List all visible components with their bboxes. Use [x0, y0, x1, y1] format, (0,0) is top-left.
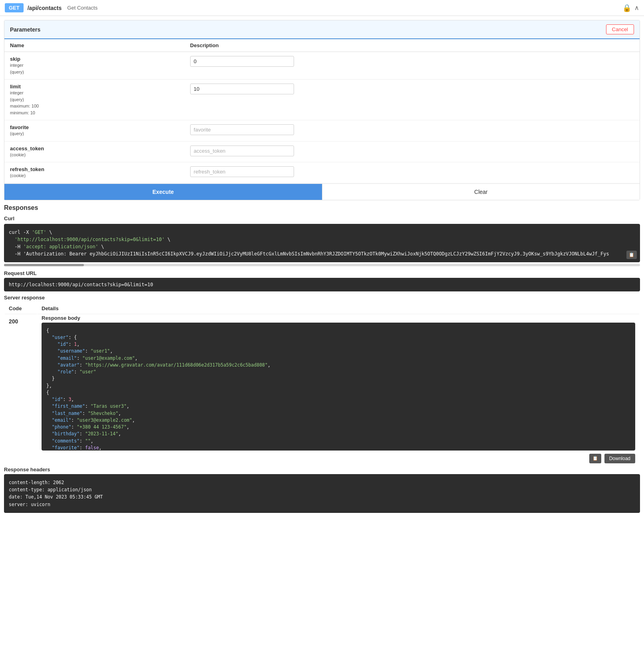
param-row-skip: skip integer(query)	[4, 52, 640, 80]
col-name: Name	[4, 39, 185, 52]
curl-box: curl -X 'GET' \ 'http://localhost:9000/a…	[4, 224, 640, 262]
action-buttons: Execute Clear	[4, 183, 640, 200]
execute-button[interactable]: Execute	[4, 184, 322, 200]
clear-button[interactable]: Clear	[322, 184, 640, 200]
param-meta-favorite: (query)	[10, 130, 179, 137]
param-name-cell-refresh_token: refresh_token (cookie)	[4, 162, 185, 183]
header-icons: 🔒 ∧	[622, 4, 639, 12]
endpoint-description: Get Contacts	[67, 5, 97, 11]
param-name-access_token: access_token	[10, 146, 179, 152]
cancel-button[interactable]: Cancel	[606, 24, 634, 34]
request-url-label: Request URL	[4, 270, 640, 276]
response-body-box[interactable]: { "user": { "id": 1, "username": "user1"…	[42, 323, 635, 451]
server-response-label: Server response	[4, 295, 640, 301]
param-input-refresh_token[interactable]	[190, 166, 294, 177]
param-row-favorite: favorite (query)	[4, 120, 640, 142]
param-name-limit: limit	[10, 84, 179, 90]
param-row-access_token: access_token (cookie)	[4, 141, 640, 162]
param-row-limit: limit integer(query)maximum: 100minimum:…	[4, 80, 640, 120]
param-input-cell-favorite[interactable]	[185, 120, 640, 142]
param-meta-limit: integer(query)maximum: 100minimum: 10	[10, 90, 179, 116]
param-input-cell-limit[interactable]	[185, 80, 640, 120]
chevron-up-icon[interactable]: ∧	[634, 4, 639, 12]
header-bar: GET /api/contacts Get Contacts 🔒 ∧	[0, 0, 644, 16]
param-input-cell-refresh_token[interactable]	[185, 162, 640, 183]
param-name-cell-favorite: favorite (query)	[4, 120, 185, 142]
response-code: 200	[5, 315, 37, 463]
curl-scrollbar[interactable]	[4, 264, 640, 266]
col-description: Description	[185, 39, 640, 52]
param-input-limit[interactable]	[190, 84, 294, 94]
parameters-title: Parameters	[10, 26, 40, 33]
endpoint-path: /api/contacts	[28, 5, 62, 11]
param-meta-skip: integer(query)	[10, 62, 179, 75]
param-name-cell-limit: limit integer(query)maximum: 100minimum:…	[4, 80, 185, 120]
param-input-favorite[interactable]	[190, 124, 294, 135]
param-name-refresh_token: refresh_token	[10, 166, 179, 172]
response-headers-label: Response headers	[4, 467, 640, 473]
response-headers-box: content-length: 2062 content-type: appli…	[4, 474, 640, 513]
response-table: Code Details 200 Response body { "user":…	[4, 302, 640, 464]
details-header: Details	[38, 303, 639, 314]
responses-title: Responses	[4, 204, 640, 211]
lock-icon[interactable]: 🔒	[622, 4, 631, 12]
parameters-header: Parameters Cancel	[4, 20, 640, 39]
param-name-cell-access_token: access_token (cookie)	[4, 141, 185, 162]
param-name-favorite: favorite	[10, 124, 179, 130]
parameters-panel: Parameters Cancel Name Description skip …	[4, 20, 640, 200]
code-header: Code	[5, 303, 37, 314]
param-meta-refresh_token: (cookie)	[10, 172, 179, 179]
copy-curl-button[interactable]: 📋	[626, 251, 637, 259]
parameters-table: Name Description skip integer(query)limi…	[4, 39, 640, 183]
download-button[interactable]: Download	[604, 454, 635, 463]
curl-section: Curl curl -X 'GET' \ 'http://localhost:9…	[4, 215, 640, 266]
responses-section: Responses	[4, 204, 640, 211]
param-row-refresh_token: refresh_token (cookie)	[4, 162, 640, 183]
param-input-skip[interactable]	[190, 56, 294, 67]
response-body-area: Response body { "user": { "id": 1, "user…	[38, 315, 639, 463]
param-name-cell-skip: skip integer(query)	[4, 52, 185, 80]
request-url-box: http://localhost:9000/api/contacts?skip=…	[4, 278, 640, 291]
param-input-cell-skip[interactable]	[185, 52, 640, 80]
param-input-cell-access_token[interactable]	[185, 141, 640, 162]
param-input-access_token[interactable]	[190, 146, 294, 156]
method-badge: GET	[5, 3, 24, 12]
response-body-label: Response body	[42, 315, 635, 321]
param-name-skip: skip	[10, 56, 179, 62]
curl-label: Curl	[4, 215, 640, 221]
param-meta-access_token: (cookie)	[10, 152, 179, 158]
copy-response-button[interactable]: 📋	[589, 454, 601, 463]
